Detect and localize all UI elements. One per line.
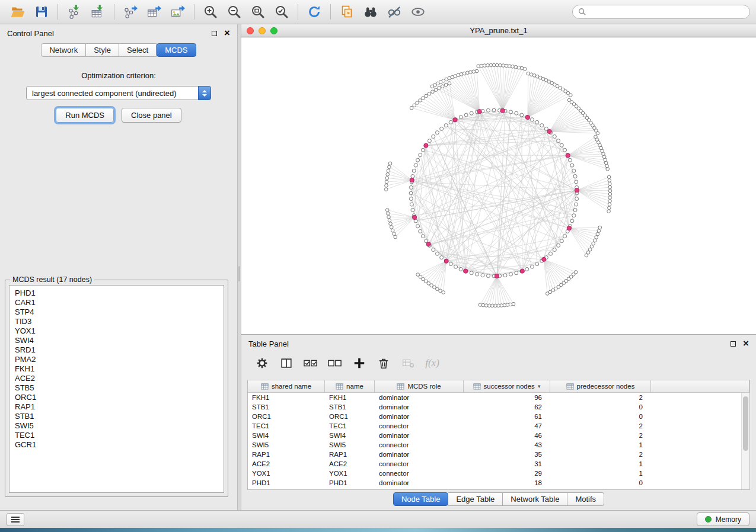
memory-button[interactable]: Memory xyxy=(697,512,749,526)
network-node[interactable] xyxy=(480,64,483,68)
close-panel-button[interactable]: Close panel xyxy=(122,108,181,123)
network-node[interactable] xyxy=(477,65,480,68)
network-node[interactable] xyxy=(509,273,512,276)
network-node[interactable] xyxy=(502,64,505,68)
show-details-button[interactable] xyxy=(406,2,430,22)
tab-style[interactable]: Style xyxy=(86,43,119,57)
network-node[interactable] xyxy=(421,148,425,152)
clone-network-button[interactable] xyxy=(335,2,359,22)
tab-motifs[interactable]: Motifs xyxy=(567,492,604,506)
column-header-successor-nodes[interactable]: successor nodes▾ xyxy=(464,380,550,393)
network-node[interactable] xyxy=(606,167,610,171)
table-row[interactable]: SWI4SWI4dominator462 xyxy=(248,431,741,440)
mcds-node[interactable] xyxy=(424,143,428,148)
network-node[interactable] xyxy=(438,86,441,90)
network-node[interactable] xyxy=(440,127,444,130)
network-node[interactable] xyxy=(411,208,414,211)
network-node[interactable] xyxy=(384,188,388,191)
mcds-node[interactable] xyxy=(520,269,524,273)
network-node[interactable] xyxy=(509,110,512,114)
mcds-node[interactable] xyxy=(410,178,414,182)
mcds-result-item[interactable]: TID3 xyxy=(15,317,218,326)
network-node[interactable] xyxy=(394,235,397,239)
network-node[interactable] xyxy=(409,197,413,201)
mcds-node[interactable] xyxy=(444,259,448,263)
add-button[interactable] xyxy=(349,353,369,373)
minimize-window-icon[interactable] xyxy=(259,27,266,34)
mcds-node[interactable] xyxy=(426,242,430,246)
network-node[interactable] xyxy=(413,104,416,107)
close-panel-icon[interactable]: × xyxy=(224,30,230,37)
mcds-node[interactable] xyxy=(477,110,481,114)
network-node[interactable] xyxy=(608,179,611,182)
network-node[interactable] xyxy=(444,124,448,127)
network-node[interactable] xyxy=(470,271,473,275)
network-node[interactable] xyxy=(489,63,493,67)
network-node[interactable] xyxy=(560,143,563,147)
network-node[interactable] xyxy=(425,94,428,98)
network-node[interactable] xyxy=(444,83,448,86)
network-node[interactable] xyxy=(608,189,612,193)
network-node[interactable] xyxy=(575,197,579,201)
vertical-splitter[interactable] xyxy=(237,24,241,510)
mcds-result-item[interactable]: GCR1 xyxy=(15,440,218,450)
scrollbar-thumb[interactable] xyxy=(743,396,748,451)
network-node[interactable] xyxy=(431,90,435,94)
network-node[interactable] xyxy=(607,175,611,179)
table-settings-button[interactable] xyxy=(252,353,272,373)
network-node[interactable] xyxy=(585,254,588,257)
network-node[interactable] xyxy=(416,158,420,162)
mcds-node[interactable] xyxy=(542,257,546,261)
mcds-result-item[interactable]: CAR1 xyxy=(15,298,218,307)
network-node[interactable] xyxy=(409,185,413,189)
float-panel-icon[interactable] xyxy=(212,31,217,36)
network-node[interactable] xyxy=(520,66,524,70)
export-network-button[interactable] xyxy=(119,2,142,22)
network-node[interactable] xyxy=(448,82,451,85)
network-node[interactable] xyxy=(557,243,560,247)
network-node[interactable] xyxy=(476,273,479,276)
network-node[interactable] xyxy=(560,239,563,243)
network-node[interactable] xyxy=(573,208,577,211)
table-row[interactable]: FKH1FKH1dominator962 xyxy=(248,393,741,402)
mcds-result-item[interactable]: STP4 xyxy=(15,307,218,317)
mcds-node[interactable] xyxy=(566,153,570,158)
table-row[interactable]: YOX1YOX1connector291 xyxy=(248,469,741,478)
network-node[interactable] xyxy=(572,214,576,217)
network-node[interactable] xyxy=(544,127,548,130)
hide-details-button[interactable] xyxy=(382,2,406,22)
network-node[interactable] xyxy=(563,235,567,238)
network-node[interactable] xyxy=(428,92,431,95)
network-node[interactable] xyxy=(608,193,612,196)
network-node[interactable] xyxy=(575,180,578,184)
network-node[interactable] xyxy=(440,256,444,259)
network-node[interactable] xyxy=(388,219,391,222)
network-node[interactable] xyxy=(608,203,611,206)
column-header-MCDS-role[interactable]: MCDS role xyxy=(375,380,464,393)
network-node[interactable] xyxy=(386,212,390,216)
network-node[interactable] xyxy=(557,139,560,143)
maximize-window-icon[interactable] xyxy=(270,27,277,34)
table-row[interactable]: RAP1RAP1dominator352 xyxy=(248,450,741,459)
float-panel-icon[interactable] xyxy=(731,341,736,347)
mcds-result-item[interactable]: SWI4 xyxy=(15,336,218,345)
network-node[interactable] xyxy=(546,292,549,296)
network-node[interactable] xyxy=(390,226,393,229)
mcds-node[interactable] xyxy=(413,215,417,219)
network-node[interactable] xyxy=(511,65,515,69)
network-node[interactable] xyxy=(515,271,518,275)
import-table-button[interactable] xyxy=(86,2,110,22)
mcds-result-item[interactable]: STB1 xyxy=(15,412,218,421)
network-canvas[interactable] xyxy=(241,37,756,334)
select-all-button[interactable] xyxy=(301,353,321,373)
network-node[interactable] xyxy=(575,203,578,206)
table-scrollbar[interactable] xyxy=(741,393,749,489)
table-row[interactable]: PHD1PHD1dominator180 xyxy=(248,478,741,488)
zoom-out-button[interactable] xyxy=(222,2,246,22)
show-columns-button[interactable] xyxy=(276,353,296,373)
network-node[interactable] xyxy=(481,274,484,277)
network-node[interactable] xyxy=(597,229,601,233)
network-node[interactable] xyxy=(385,184,388,188)
mcds-node[interactable] xyxy=(547,129,551,133)
column-header-name[interactable]: name xyxy=(325,380,375,393)
